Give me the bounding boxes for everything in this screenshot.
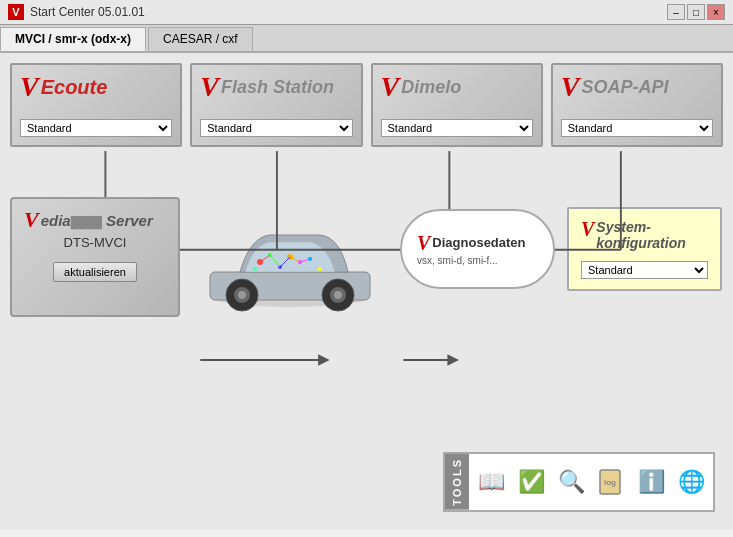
title-controls: – □ × (667, 4, 725, 20)
connector-spacer (10, 147, 723, 197)
diagnosedaten-name: Diagnosedaten (432, 235, 525, 250)
soap-api-name: SOAP-API (581, 77, 668, 98)
svg-marker-9 (447, 354, 458, 365)
sysconf-box: V System- konfiguration Standard (567, 207, 722, 291)
sysconf-v-logo: V (581, 219, 594, 239)
main-area: V Ecoute Standard V Flash Station (0, 53, 733, 530)
title-bar: V Start Center 05.01.01 – □ × (0, 0, 733, 25)
app-box-dimelo: V Dimelo Standard (371, 63, 543, 147)
tabs-bar: MVCI / smr-x (odx-x) CAESAR / cxf (0, 25, 733, 53)
ecoute-v-logo: V (20, 73, 39, 101)
server-v-logo: V (24, 209, 39, 231)
tools-label: TOOLS (445, 454, 469, 510)
minimize-button[interactable]: – (667, 4, 685, 20)
svg-point-17 (334, 291, 342, 299)
soap-api-v-logo: V (561, 73, 580, 101)
sysconf-select[interactable]: Standard (581, 261, 708, 279)
window-title: Start Center 05.01.01 (30, 5, 145, 19)
close-button[interactable]: × (707, 4, 725, 20)
dimelo-name: Dimelo (401, 77, 461, 98)
dimelo-dropdown[interactable]: Standard (381, 119, 533, 137)
flash-station-select[interactable]: Standard (200, 119, 352, 137)
sysconf-title: V System- konfiguration (581, 219, 708, 251)
dimelo-v-logo: V (381, 73, 400, 101)
server-box: V edia████ Server DTS-MVCI aktualisieren (10, 197, 180, 317)
flash-station-name: Flash Station (221, 77, 334, 98)
soap-api-dropdown[interactable]: Standard (561, 119, 713, 137)
update-button[interactable]: aktualisieren (53, 262, 137, 282)
svg-text:log: log (604, 478, 616, 487)
tools-area: TOOLS 📖 ✅ 🔍 log ℹ️ 🌐 (443, 452, 715, 512)
ecoute-title: V Ecoute (20, 73, 107, 101)
info-icon[interactable]: ℹ️ (633, 464, 669, 500)
svg-point-14 (238, 291, 246, 299)
middle-right: V Diagnosedaten vsx, smi-d, smi-f... V S… (400, 197, 723, 317)
svg-marker-7 (318, 354, 329, 365)
layout-wrapper: V Ecoute Standard V Flash Station (10, 63, 723, 520)
title-bar-left: V Start Center 05.01.01 (8, 4, 145, 20)
app-icon: V (8, 4, 24, 20)
globe-icon[interactable]: 🌐 (673, 464, 709, 500)
server-box-title: V edia████ Server (24, 209, 166, 231)
sysconf-name1: System- (596, 219, 685, 235)
log-icon[interactable]: log (593, 464, 629, 500)
diagnosedaten-v-logo: V (417, 233, 430, 253)
soap-api-title: V SOAP-API (561, 73, 669, 101)
tools-icons-row: 📖 ✅ 🔍 log ℹ️ 🌐 (469, 460, 713, 504)
svg-point-25 (318, 267, 322, 271)
app-box-flash-station: V Flash Station Standard (190, 63, 362, 147)
car-illustration (190, 207, 390, 317)
bottom-content: V edia████ Server DTS-MVCI aktualisieren (10, 197, 723, 317)
car-area (190, 197, 390, 317)
sysconf-name2: konfiguration (596, 235, 685, 251)
diagnosedaten-box: V Diagnosedaten vsx, smi-d, smi-f... (400, 209, 555, 289)
sysconf-name-block: System- konfiguration (596, 219, 685, 251)
soap-api-select[interactable]: Standard (561, 119, 713, 137)
flash-station-dropdown[interactable]: Standard (200, 119, 352, 137)
maximize-button[interactable]: □ (687, 4, 705, 20)
svg-point-24 (253, 267, 257, 271)
sysconf-dropdown[interactable]: Standard (581, 257, 708, 279)
tab-caesar[interactable]: CAESAR / cxf (148, 27, 253, 51)
server-name: edia████ Server (41, 212, 153, 229)
tab-mvci[interactable]: MVCI / smr-x (odx-x) (0, 27, 146, 51)
dimelo-title: V Dimelo (381, 73, 462, 101)
app-boxes-row: V Ecoute Standard V Flash Station (10, 63, 723, 147)
diagnosedaten-title: V Diagnosedaten (417, 233, 526, 253)
server-subtitle: DTS-MVCI (24, 235, 166, 250)
diagnosedaten-subtitle: vsx, smi-d, smi-f... (417, 255, 498, 266)
ecoute-dropdown[interactable]: Standard (20, 119, 172, 137)
flash-station-v-logo: V (200, 73, 219, 101)
dimelo-select[interactable]: Standard (381, 119, 533, 137)
checkmark-icon[interactable]: ✅ (513, 464, 549, 500)
app-box-soap-api: V SOAP-API Standard (551, 63, 723, 147)
ecoute-name: Ecoute (41, 76, 108, 99)
flash-station-title: V Flash Station (200, 73, 334, 101)
window-root: V Start Center 05.01.01 – □ × MVCI / smr… (0, 0, 733, 530)
ecoute-select[interactable]: Standard (20, 119, 172, 137)
search-icon[interactable]: 🔍 (553, 464, 589, 500)
app-box-ecoute: V Ecoute Standard (10, 63, 182, 147)
update-btn-wrapper[interactable]: aktualisieren (24, 250, 166, 282)
data-system-row: V Diagnosedaten vsx, smi-d, smi-f... V S… (400, 207, 723, 291)
help-book-icon[interactable]: 📖 (473, 464, 509, 500)
